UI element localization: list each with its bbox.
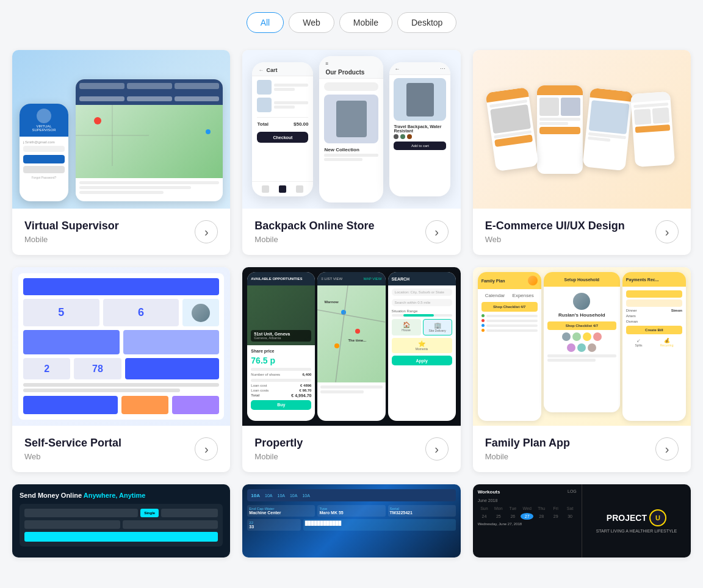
filter-all[interactable]: All <box>247 12 284 33</box>
card-footer-backpack: Backpack Online Store Mobile <box>242 209 460 255</box>
card-info: Self-Service Portal Web <box>24 437 121 461</box>
card-image-ecommerce <box>473 50 691 209</box>
filter-mobile[interactable]: Mobile <box>339 12 392 33</box>
card-self-service-portal: 5 6 <box>12 267 230 472</box>
card-marine-tracker: 10A 10A 10A 10A 10A End Cap-Water Machin… <box>242 484 460 558</box>
card-virtual-supervisor: VIRTUAL SUPERVISOR j.Smith@gmail.com For… <box>12 50 230 255</box>
card-send-money: Send Money Online Anywhere, Anytime Sing… <box>12 484 230 558</box>
card-ecommerce-design: E-Commerce UI/UX Design Web <box>473 50 691 255</box>
card-arrow-button[interactable] <box>425 220 449 243</box>
card-image-workouts: Workouts LOG June 2018 Sun Mon Tue Wed T… <box>473 484 691 558</box>
card-title: Self-Service Portal <box>24 437 121 450</box>
card-subtitle: Mobile <box>24 235 119 244</box>
svg-line-2 <box>317 310 385 322</box>
card-subtitle: Web <box>485 235 625 244</box>
filter-desktop[interactable]: Desktop <box>397 12 456 33</box>
card-title: Backpack Online Store <box>254 220 374 232</box>
card-arrow-button[interactable] <box>195 220 218 243</box>
card-arrow-button[interactable] <box>655 220 679 243</box>
card-info: E-Commerce UI/UX Design Web <box>485 220 625 244</box>
card-subtitle: Web <box>24 452 121 461</box>
card-footer-family: Family Plan App Mobile <box>473 426 691 472</box>
marine-label: 10A <box>251 493 260 498</box>
card-image-backpack: ← Cart <box>242 50 460 209</box>
card-image-send-money: Send Money Online Anywhere, Anytime Sing… <box>12 484 230 558</box>
card-workouts: Workouts LOG June 2018 Sun Mon Tue Wed T… <box>473 484 691 558</box>
card-subtitle: Mobile <box>254 235 374 244</box>
card-arrow-button[interactable] <box>425 437 449 461</box>
card-title: E-Commerce UI/UX Design <box>485 220 625 232</box>
card-image-propertly: AVAILABLE OPPORTUNITIES 51st Unit, Genev… <box>242 267 460 426</box>
send-money-tagline: Send Money Online Anywhere, Anytime <box>20 492 223 499</box>
card-arrow-button[interactable] <box>195 437 218 461</box>
card-title: Family Plan App <box>485 437 570 450</box>
card-image-marine: 10A 10A 10A 10A 10A End Cap-Water Machin… <box>242 484 460 558</box>
card-backpack-online-store: ← Cart <box>242 50 460 255</box>
card-subtitle: Mobile <box>485 452 570 461</box>
card-title: Propertly <box>254 437 303 450</box>
card-info: Backpack Online Store Mobile <box>254 220 374 244</box>
card-arrow-button[interactable] <box>655 437 679 461</box>
card-info: Virtual Supervisor Mobile <box>24 220 119 244</box>
filter-web[interactable]: Web <box>289 12 334 33</box>
card-title: Virtual Supervisor <box>24 220 119 232</box>
card-info: Family Plan App Mobile <box>485 437 570 461</box>
card-family-plan: Family Plan Calendar Expenses <box>473 267 691 472</box>
filter-bar: All Web Mobile Desktop <box>12 12 691 33</box>
portfolio-grid: VIRTUAL SUPERVISOR j.Smith@gmail.com For… <box>12 50 691 558</box>
card-image-virtual-supervisor: VIRTUAL SUPERVISOR j.Smith@gmail.com For… <box>12 50 230 209</box>
card-subtitle: Mobile <box>254 452 303 461</box>
card-footer-ecommerce: E-Commerce UI/UX Design Web <box>473 209 691 255</box>
card-footer-portal: Self-Service Portal Web <box>12 426 230 472</box>
card-image-family: Family Plan Calendar Expenses <box>473 267 691 426</box>
card-image-portal: 5 6 <box>12 267 230 426</box>
card-footer-propertly: Propertly Mobile <box>242 426 460 472</box>
card-propertly: AVAILABLE OPPORTUNITIES 51st Unit, Genev… <box>242 267 460 472</box>
card-info: Propertly Mobile <box>254 437 303 461</box>
card-footer-virtual-supervisor: Virtual Supervisor Mobile <box>12 209 230 255</box>
